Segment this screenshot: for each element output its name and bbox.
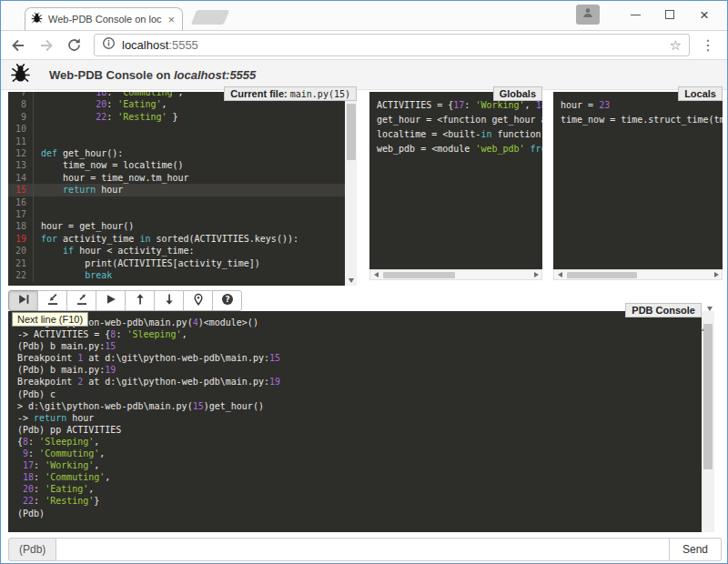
current-file-panel: Current file: main.py(15) 7 18: 'Commuti… [8,92,357,286]
line-number: 18 [8,220,34,232]
console-line: (Pdb) c [17,388,693,400]
favicon-bug-icon [31,11,43,27]
scroll-right-icon[interactable] [711,270,722,279]
profile-button[interactable] [576,5,600,25]
help-button[interactable]: ? [212,290,242,311]
refresh-button[interactable] [66,37,82,53]
url-text[interactable]: localhost:5555 [122,38,670,52]
step-into-icon [46,293,59,308]
where-button[interactable] [183,290,213,311]
maximize-button[interactable] [656,5,683,25]
code-scroll-thumb[interactable] [347,104,356,160]
pdb-console-panel: PDB Console > d:\git\python-web-pdb\main… [8,311,714,532]
browser-titlebar: Web-PDB Console on loc × × [1,1,727,30]
address-bar[interactable]: localhost:5555 ☆ [94,34,690,56]
line-number: 17 [8,208,34,220]
console-line: (Pdb) b main.py:15 [17,340,693,352]
console-vertical-scrollbar[interactable] [702,311,714,532]
forward-button[interactable] [38,37,55,54]
console-lines: > d:\git\python-web-pdb\main.py(4)<modul… [8,311,702,532]
locals-scroll-thumb[interactable] [567,272,637,278]
console-line: Breakpoint 1 at d:\git\python-web-pdb\ma… [17,352,693,364]
scroll-down-icon[interactable] [345,275,357,286]
console-line: > d:\git\python-web-pdb\main.py(15)get_h… [17,400,693,412]
step-out-button[interactable] [66,290,96,311]
scroll-left-icon[interactable] [370,270,381,279]
scroll-right-icon[interactable] [531,270,541,279]
globals-line: web_pdb = <module 'web_pdb' from ' [377,142,535,156]
scroll-left-icon[interactable] [554,270,565,279]
info-icon[interactable] [102,36,116,54]
code-line: 21 print(ACTIVITIES[activity_time]) [8,257,345,269]
maximize-icon [665,10,674,19]
globals-horizontal-scrollbar[interactable] [369,269,542,280]
down-button[interactable] [154,290,184,311]
code-line: 15 return hour [8,184,345,196]
page-title: Web-PDB Console on localhost:5555 [49,68,256,82]
line-number: 8 [8,98,34,110]
pdb-prompt-addon: (Pdb) [8,538,56,561]
new-tab-button[interactable] [191,10,229,25]
next-line-tooltip: Next line (F10) [12,312,88,327]
where-icon [192,293,205,308]
browser-toolbar: localhost:5555 ☆ ⋮ [1,30,727,59]
code-line: 16 [8,196,345,208]
console-line: 9: 'Commuting', [17,448,693,459]
menu-dots-icon[interactable]: ⋮ [698,36,718,54]
tab-close-icon[interactable]: × [166,14,177,25]
code-vertical-scrollbar[interactable] [345,92,357,286]
command-input[interactable] [56,538,670,561]
up-button[interactable] [125,290,155,311]
line-number: 20 [8,245,34,257]
locals-panel: Locals hour = 23time_now = time.struct_t… [553,92,723,280]
console-line: Breakpoint 2 at d:\git\python-web-pdb\ma… [17,376,693,388]
refresh-icon [66,37,82,53]
bookmark-star-icon[interactable]: ☆ [670,37,682,54]
line-number: 7 [8,92,34,98]
browser-window: Web-PDB Console on loc × × [0,0,728,564]
console-line: 18: 'Commuting', [17,471,693,483]
console-line: > d:\git\python-web-pdb\main.py(4)<modul… [17,317,693,328]
next-line-button[interactable] [8,290,38,311]
send-button[interactable]: Send [670,538,722,561]
globals-scroll-thumb[interactable] [383,272,455,278]
tab-title: Web-PDB Console on loc [48,14,166,25]
forward-arrow-icon [38,37,55,54]
continue-button[interactable] [96,290,126,311]
code-line: 22 break [8,269,345,281]
line-number: 22 [8,269,34,281]
console-line: (Pdb) [17,508,693,519]
line-number: 10 [8,123,34,135]
console-line: {8: 'Sleeping', [17,436,693,448]
code-line: 11 [8,136,345,147]
next-line-icon [17,293,30,308]
continue-icon [105,293,117,308]
console-line: 22: 'Resting'} [17,495,693,507]
console-scroll-thumb[interactable] [703,324,713,469]
back-button[interactable] [10,37,26,54]
line-number: 21 [8,257,34,269]
console-line: 20: 'Eating', [17,483,693,495]
breakpoint-line-number: 15 [8,184,34,196]
command-input-row: (Pdb) Send [8,538,722,561]
locals-line: time_now = time.struct_time(tm_yea [561,113,715,127]
step-into-button[interactable] [37,290,67,311]
close-button[interactable]: × [691,5,718,25]
bug-logo-icon [10,63,31,87]
locals-horizontal-scrollbar[interactable] [553,269,723,280]
step-out-icon [76,293,88,308]
back-arrow-icon [10,37,26,54]
locals-lines: hour = 23time_now = time.struct_time(tm_… [553,92,723,269]
minimize-button[interactable] [622,5,649,25]
line-number: 9 [8,111,34,123]
code-line: 9 22: 'Resting' } [8,111,345,123]
console-line: -> return hour [17,412,693,424]
page-header: Web-PDB Console on localhost:5555 [1,59,727,90]
locals-label: Locals [678,86,723,101]
up-icon [134,293,147,308]
close-icon: × [700,7,709,23]
browser-tab[interactable]: Web-PDB Console on loc × [25,7,183,30]
code-line: 17 [8,208,345,220]
code-line: 13 time_now = localtime() [8,159,345,171]
console-line: (Pdb) b main.py:19 [17,364,693,376]
